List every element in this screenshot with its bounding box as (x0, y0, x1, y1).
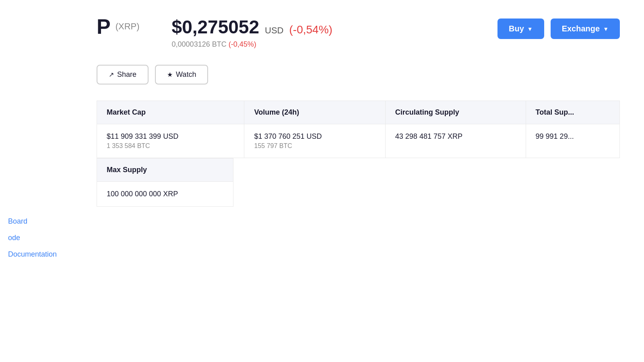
star-icon: ★ (167, 71, 173, 78)
header-buttons: Buy ▼ Exchange ▼ (497, 16, 620, 39)
sidebar-nav: Board ode Documentation (8, 217, 80, 259)
header-row: P (XRP) $0,275052 USD (-0,54%) 0,0000312… (97, 16, 620, 49)
price-btc-row: 0,00003126 BTC (-0,45%) (172, 40, 497, 49)
max-supply-value: 100 000 000 000 XRP (97, 182, 233, 207)
max-supply-section: Max Supply 100 000 000 000 XRP (97, 158, 233, 207)
circulating-supply-cell: 43 298 481 757 XRP (385, 124, 526, 158)
share-button[interactable]: ↗ Share (97, 65, 149, 84)
coin-identity: P (XRP) (97, 16, 140, 37)
watch-label: Watch (176, 70, 196, 79)
price-currency-label: USD (265, 25, 283, 36)
table-row: $11 909 331 399 USD 1 353 584 BTC $1 370… (97, 124, 620, 158)
buy-label: Buy (509, 24, 524, 33)
chevron-down-icon: ▼ (527, 26, 533, 32)
stats-table: Market Cap Volume (24h) Circulating Supp… (97, 101, 620, 158)
page-wrapper: Board ode Documentation P (XRP) $0,27505… (0, 0, 644, 362)
sidebar-item-documentation[interactable]: Documentation (8, 250, 80, 259)
col-volume: Volume (24h) (244, 101, 385, 124)
chevron-down-icon-exchange: ▼ (603, 26, 609, 32)
sidebar-item-code[interactable]: ode (8, 234, 80, 242)
sidebar-item-board[interactable]: Board (8, 217, 80, 226)
main-content: P (XRP) $0,275052 USD (-0,54%) 0,0000312… (80, 0, 644, 362)
col-circulating-supply: Circulating Supply (385, 101, 526, 124)
market-cap-cell: $11 909 331 399 USD 1 353 584 BTC (97, 124, 244, 158)
coin-ticker: (XRP) (116, 21, 140, 31)
watch-button[interactable]: ★ Watch (155, 65, 208, 84)
market-cap-btc: 1 353 584 BTC (107, 142, 234, 150)
volume-btc: 155 797 BTC (254, 142, 375, 150)
col-market-cap: Market Cap (97, 101, 244, 124)
price-block: $0,275052 USD (-0,54%) 0,00003126 BTC (-… (140, 16, 497, 49)
max-supply-header: Max Supply (97, 158, 233, 182)
col-total-supply: Total Sup... (526, 101, 619, 124)
price-usd-row: $0,275052 USD (-0,54%) (172, 16, 497, 38)
share-label: Share (117, 70, 136, 79)
total-supply-cell: 99 991 29... (526, 124, 619, 158)
action-buttons-row: ↗ Share ★ Watch (97, 65, 620, 84)
exchange-button[interactable]: Exchange ▼ (551, 19, 620, 39)
price-btc-value: 0,00003126 BTC (172, 40, 227, 48)
buy-button[interactable]: Buy ▼ (497, 19, 544, 39)
price-usd: $0,275052 (172, 16, 259, 38)
coin-symbol-large: P (97, 16, 111, 37)
share-icon: ↗ (109, 71, 114, 78)
price-btc-change: (-0,45%) (229, 40, 256, 48)
volume-cell: $1 370 760 251 USD 155 797 BTC (244, 124, 385, 158)
exchange-label: Exchange (562, 24, 600, 33)
sidebar: Board ode Documentation (0, 0, 80, 362)
price-change-24h: (-0,54%) (289, 23, 332, 36)
